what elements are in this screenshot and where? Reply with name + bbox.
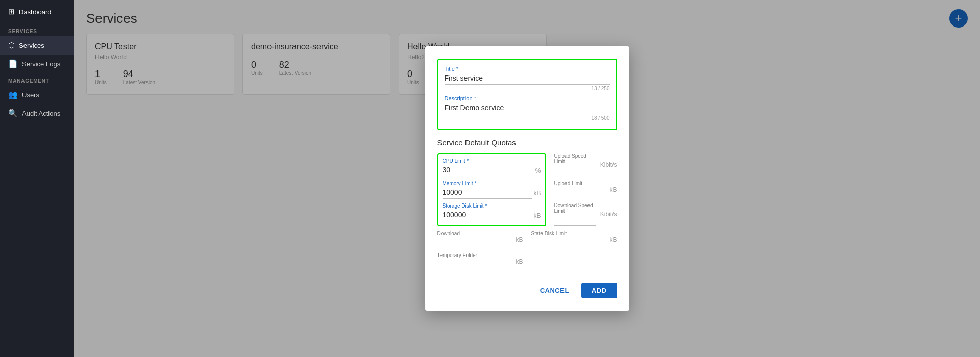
quotas-grid: CPU Limit * % Memory Limit * kB — [437, 153, 617, 226]
storage-disk-limit-label: Storage Disk Limit * — [443, 203, 541, 209]
download-limit-field: Download kB — [437, 231, 523, 248]
sidebar-section-services-label: SERVICES — [0, 23, 74, 36]
state-disk-limit-unit: kB — [609, 236, 617, 243]
title-field: Title * 13 / 250 — [445, 66, 610, 91]
sidebar-label-service-logs: Service Logs — [22, 60, 60, 68]
state-disk-limit-field: State Disk Limit kB — [531, 231, 617, 248]
quotas-title: Service Default Quotas — [437, 138, 617, 147]
users-icon: 👥 — [8, 90, 18, 99]
dashboard-label: Dashboard — [19, 8, 52, 16]
cancel-button[interactable]: CANCEL — [534, 283, 575, 298]
sidebar-label-audit-actions: Audit Actions — [22, 110, 60, 117]
cpu-limit-unit: % — [535, 167, 541, 174]
description-label: Description * — [445, 95, 610, 101]
description-field: Description * 18 / 500 — [445, 95, 610, 121]
quotas-section: Service Default Quotas CPU Limit * % — [437, 138, 617, 270]
storage-disk-limit-input-row: kB — [443, 210, 541, 221]
left-quotas-outlined: CPU Limit * % Memory Limit * kB — [437, 153, 546, 226]
sidebar-label-services: Services — [19, 42, 44, 49]
temp-folder-limit-row: Temporary Folder kB — [437, 252, 523, 270]
download-limit-unit: kB — [516, 236, 523, 243]
title-char-count: 13 / 250 — [445, 86, 610, 91]
main-content: Services + CPU Tester Hello World 1 Unit… — [74, 0, 980, 357]
right-quotas: Upload Speed Limit Kibit/s Upload Limit — [554, 153, 617, 226]
memory-limit-input[interactable] — [443, 187, 532, 199]
title-input[interactable] — [445, 73, 610, 85]
temp-folder-limit-label: Temporary Folder — [437, 252, 512, 258]
service-logs-icon: 📄 — [8, 59, 18, 68]
sidebar-item-services[interactable]: ⬡ Services — [0, 36, 74, 55]
memory-limit-label: Memory Limit * — [443, 181, 541, 186]
audit-icon: 🔍 — [8, 109, 18, 118]
add-button[interactable]: ADD — [581, 283, 617, 298]
upload-limit-row: Upload Limit kB — [554, 181, 617, 198]
title-description-outlined: Title * 13 / 250 Description * 18 / 500 — [437, 59, 617, 130]
storage-disk-limit-input[interactable] — [443, 210, 532, 221]
sidebar-item-service-logs[interactable]: 📄 Service Logs — [0, 55, 74, 73]
upload-limit-label: Upload Limit — [554, 181, 606, 186]
upload-speed-limit-field: Upload Speed Limit Kibit/s — [554, 153, 617, 176]
sidebar-section-management-label: MANAGEMENT — [0, 73, 74, 86]
sidebar: ⊞ Dashboard SERVICES ⬡ Services 📄 Servic… — [0, 0, 74, 357]
state-disk-limit-label: State Disk Limit — [531, 231, 606, 236]
temp-folder-right-spacer — [531, 252, 617, 270]
download-limit-row: Download kB — [437, 231, 523, 248]
memory-limit-unit: kB — [534, 190, 541, 197]
download-speed-limit-field: Download Speed Limit Kibit/s — [554, 202, 617, 226]
sidebar-item-users[interactable]: 👥 Users — [0, 86, 74, 104]
download-limit-label: Download — [437, 231, 512, 236]
dialog-actions: CANCEL ADD — [437, 283, 617, 298]
add-service-dialog: Title * 13 / 250 Description * 18 / 500 … — [425, 46, 629, 311]
cpu-limit-label: CPU Limit * — [443, 158, 541, 164]
download-speed-limit-label: Download Speed Limit — [554, 202, 596, 214]
memory-limit-field: Memory Limit * kB — [443, 181, 541, 199]
sidebar-label-users: Users — [22, 91, 39, 99]
temp-folder-limit-field: Temporary Folder kB — [437, 252, 523, 270]
services-icon: ⬡ — [8, 41, 15, 50]
storage-disk-limit-unit: kB — [534, 212, 541, 219]
cpu-limit-input[interactable] — [443, 165, 533, 176]
description-input[interactable] — [445, 103, 610, 114]
download-speed-limit-unit: Kibit/s — [600, 211, 617, 218]
state-disk-limit-row: State Disk Limit kB — [531, 231, 617, 248]
quotas-row2: Download kB State Disk Limit — [437, 231, 617, 248]
cpu-limit-input-row: % — [443, 165, 541, 176]
quotas-row3: Temporary Folder kB — [437, 252, 617, 270]
description-char-count: 18 / 500 — [445, 115, 610, 121]
cpu-limit-field: CPU Limit * % — [443, 158, 541, 176]
sidebar-item-dashboard[interactable]: ⊞ Dashboard — [0, 0, 74, 23]
dashboard-icon: ⊞ — [8, 7, 15, 16]
title-label: Title * — [445, 66, 610, 72]
upload-speed-limit-label: Upload Speed Limit — [554, 153, 596, 164]
upload-speed-limit-unit: Kibit/s — [600, 161, 617, 168]
modal-overlay: Title * 13 / 250 Description * 18 / 500 … — [74, 0, 980, 357]
sidebar-item-audit-actions[interactable]: 🔍 Audit Actions — [0, 104, 74, 122]
download-speed-limit-row: Download Speed Limit Kibit/s — [554, 202, 617, 226]
storage-disk-limit-field: Storage Disk Limit * kB — [443, 203, 541, 221]
upload-speed-limit-row: Upload Speed Limit Kibit/s — [554, 153, 617, 176]
upload-limit-unit: kB — [609, 186, 617, 193]
upload-limit-field: Upload Limit kB — [554, 181, 617, 198]
temp-folder-limit-unit: kB — [516, 258, 523, 265]
memory-limit-input-row: kB — [443, 187, 541, 199]
